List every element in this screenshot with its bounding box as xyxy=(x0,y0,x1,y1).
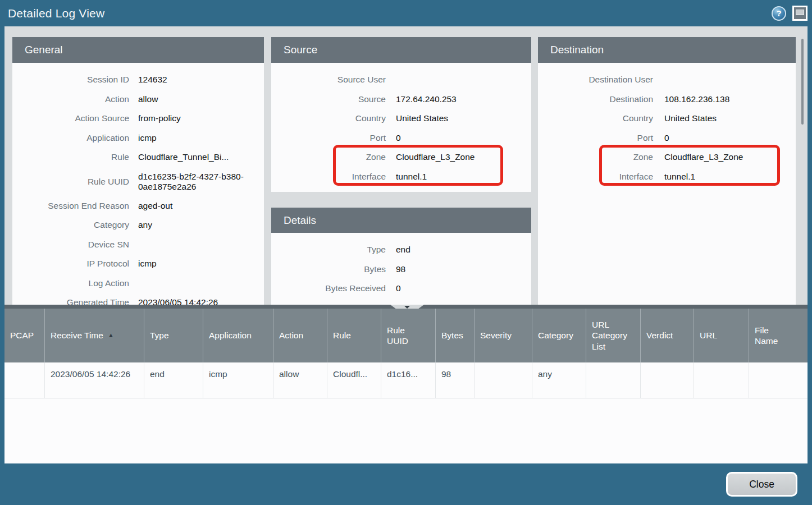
close-button[interactable]: Close xyxy=(726,472,797,497)
panel-destination-header: Destination xyxy=(538,37,796,63)
field-generated-time: Generated Time 2023/06/05 14:42:26 xyxy=(12,293,264,305)
field-action: Action allow xyxy=(12,90,264,109)
field-application: Application icmp xyxy=(12,128,264,148)
field-value: United States xyxy=(396,113,531,123)
field-bytes: Bytes 98 xyxy=(271,260,531,279)
field-category: Category any xyxy=(12,215,264,235)
dialog-title: Detailed Log View xyxy=(0,7,104,20)
field-label: Generated Time xyxy=(12,297,129,305)
panel-details: Details Type end Bytes 98 Bytes Received… xyxy=(271,208,531,305)
column-header-rule[interactable]: Rule xyxy=(327,309,381,362)
column-header-verdict[interactable]: Verdict xyxy=(641,309,694,362)
field-value: 124632 xyxy=(138,75,264,85)
field-label: Session ID xyxy=(12,75,129,85)
field-value: 98 xyxy=(396,264,531,274)
column-header-bytes[interactable]: Bytes xyxy=(436,309,475,362)
field-destination-port: Port 0 xyxy=(538,128,796,148)
field-label: Port xyxy=(538,133,653,143)
field-label: Bytes Received xyxy=(271,283,386,293)
cell-rule-uuid: d1c16... xyxy=(381,362,436,398)
panel-source-title: Source xyxy=(284,44,317,56)
field-source-user: Source User xyxy=(271,70,531,90)
field-bytes-received: Bytes Received 0 xyxy=(271,279,531,299)
field-ip-protocol: IP Protocol icmp xyxy=(12,254,264,274)
cell-application: icmp xyxy=(203,362,273,398)
vertical-scrollbar[interactable] xyxy=(801,39,804,125)
field-session-id: Session ID 124632 xyxy=(12,70,264,90)
panel-general-header: General xyxy=(12,37,264,63)
field-value: 0 xyxy=(396,283,531,293)
field-session-end-reason: Session End Reason aged-out xyxy=(12,196,264,216)
column-header-action[interactable]: Action xyxy=(273,309,327,362)
restore-window-icon-inner xyxy=(796,10,804,15)
column-header-type[interactable]: Type xyxy=(144,309,203,362)
cell-file-name xyxy=(749,362,808,398)
cell-url xyxy=(694,362,749,398)
panel-destination-title: Destination xyxy=(550,44,604,56)
field-label: Destination User xyxy=(538,75,653,85)
column-header-receive-time[interactable]: Receive Time ▲ xyxy=(45,309,144,362)
column-header-application[interactable]: Application xyxy=(203,309,273,362)
dialog-content: General Session ID 124632 Action allow A… xyxy=(4,26,808,463)
field-source-port: Port 0 xyxy=(271,128,531,148)
panel-details-body: Type end Bytes 98 Bytes Received 0 xyxy=(271,233,531,299)
column-header-rule-uuid[interactable]: Rule UUID xyxy=(381,309,436,362)
field-value: icmp xyxy=(138,259,264,269)
restore-window-icon[interactable] xyxy=(792,6,808,21)
pane-splitter[interactable] xyxy=(4,305,808,309)
column-header-pcap[interactable]: PCAP xyxy=(4,309,45,362)
field-label: Action Source xyxy=(12,113,129,123)
field-type: Type end xyxy=(271,240,531,260)
cell-category: any xyxy=(532,362,586,398)
panel-source-body: Source User Source 172.64.240.253 Countr… xyxy=(271,63,531,186)
panel-details-title: Details xyxy=(284,214,316,227)
panel-general-title: General xyxy=(25,44,63,56)
field-destination-zone: Zone Cloudflare_L3_Zone xyxy=(538,148,796,167)
field-label: Rule xyxy=(12,152,129,162)
chevron-down-icon xyxy=(404,306,410,309)
panel-source: Source Source User Source 172.64.240.253… xyxy=(271,37,531,192)
cell-url-category-list xyxy=(586,362,641,398)
column-header-url[interactable]: URL xyxy=(694,309,749,362)
cell-rule: Cloudfl... xyxy=(327,362,381,398)
field-value: tunnel.1 xyxy=(396,172,531,182)
field-label: Source User xyxy=(271,75,386,85)
field-source-address: Source 172.64.240.253 xyxy=(271,90,531,109)
field-label: Source xyxy=(271,94,386,104)
field-label: Device SN xyxy=(12,240,129,250)
field-destination-interface: Interface tunnel.1 xyxy=(538,167,796,187)
field-destination-user: Destination User xyxy=(538,70,796,90)
field-source-zone: Zone Cloudflare_L3_Zone xyxy=(271,148,531,167)
field-label: Application xyxy=(12,133,129,143)
field-label: Rule UUID xyxy=(12,177,129,187)
cell-receive-time: 2023/06/05 14:42:26 xyxy=(45,362,144,398)
column-header-category[interactable]: Category xyxy=(532,309,586,362)
sort-ascending-icon: ▲ xyxy=(108,332,114,339)
field-label: Destination xyxy=(538,94,653,104)
field-label: Category xyxy=(12,220,129,230)
field-label: Country xyxy=(538,113,653,123)
help-icon[interactable]: ? xyxy=(772,6,786,21)
field-source-country: Country United States xyxy=(271,109,531,128)
field-log-action: Log Action xyxy=(12,274,264,293)
column-header-file-name[interactable]: File Name xyxy=(749,309,808,362)
cell-pcap xyxy=(4,362,45,398)
titlebar-icons: ? xyxy=(772,0,808,26)
field-value: 172.64.240.253 xyxy=(396,94,531,104)
field-label: Port xyxy=(271,133,386,143)
field-value: 108.162.236.138 xyxy=(664,94,796,104)
field-label: Interface xyxy=(538,172,653,182)
dialog-footer: Close xyxy=(0,463,812,505)
splitter-collapse-handle[interactable] xyxy=(390,305,424,309)
log-table-row[interactable]: 2023/06/05 14:42:26 end icmp allow Cloud… xyxy=(4,362,808,398)
cell-verdict xyxy=(641,362,694,398)
field-destination-country: Country United States xyxy=(538,109,796,128)
column-header-url-category-list[interactable]: URL Category List xyxy=(586,309,641,362)
log-table: PCAP Receive Time ▲ Type Application Act… xyxy=(4,309,808,463)
field-label: Log Action xyxy=(12,278,129,288)
field-value: end xyxy=(396,245,531,255)
help-glyph: ? xyxy=(776,8,781,18)
column-header-severity[interactable]: Severity xyxy=(475,309,532,362)
field-value: d1c16235-b2f2-4327-b380-0ae1875e2a26 xyxy=(138,172,250,192)
field-label: Zone xyxy=(538,152,653,162)
